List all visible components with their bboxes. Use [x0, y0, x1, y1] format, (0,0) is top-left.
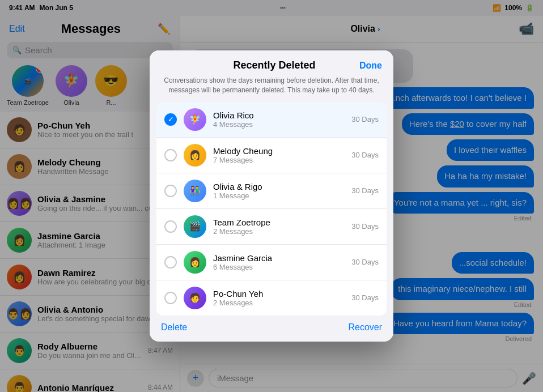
modal-item-info-olivia-rigo: Olivia & Rigo 1 Message: [213, 182, 345, 200]
radio-jasmine-garcia[interactable]: [164, 256, 177, 269]
modal-item-sub-melody: 7 Messages: [213, 156, 345, 164]
modal-avatar-olivia-rigo: 👫: [184, 180, 206, 202]
modal-item-info-pochun: Po-Chun Yeh 2 Messages: [213, 289, 345, 307]
modal-item-info-jasmine: Jasmine Garcia 6 Messages: [213, 253, 345, 271]
modal-item-sub-pochun: 2 Messages: [213, 299, 345, 307]
radio-olivia-rico[interactable]: ✓: [164, 113, 177, 126]
modal-item-name-melody: Melody Cheung: [213, 146, 345, 156]
modal-item-days-pochun: 30 Days: [351, 293, 379, 302]
modal-avatar-pochun: 🧑: [184, 287, 206, 309]
modal-item-name-pochun: Po-Chun Yeh: [213, 289, 345, 299]
modal-overlay: Recently Deleted Done Conversations show…: [0, 0, 543, 392]
radio-pochun-yeh[interactable]: [164, 292, 177, 304]
modal-list: ✓ 🧚 Olivia Rico 4 Messages 30 Days 👩 Mel…: [156, 102, 387, 316]
modal-item-olivia-rigo[interactable]: 👫 Olivia & Rigo 1 Message 30 Days: [156, 173, 387, 209]
modal-item-days-olivia-rico: 30 Days: [351, 115, 379, 123]
modal-title: Recently Deleted: [189, 59, 359, 71]
radio-olivia-rigo[interactable]: [164, 185, 177, 197]
modal-item-name-jasmine: Jasmine Garcia: [213, 253, 345, 263]
modal-item-days-jasmine: 30 Days: [351, 258, 379, 266]
modal-item-days-team-zoetrope: 30 Days: [351, 222, 379, 231]
modal-item-team-zoetrope[interactable]: 🎬 Team Zoetrope 2 Messages 30 Days: [156, 209, 387, 245]
modal-item-name-olivia-rigo: Olivia & Rigo: [213, 182, 345, 191]
modal-item-days-olivia-rigo: 30 Days: [351, 186, 379, 195]
modal-item-sub-jasmine: 6 Messages: [213, 263, 345, 271]
modal-item-info-melody: Melody Cheung 7 Messages: [213, 146, 345, 164]
modal-avatar-melody: 👩: [184, 144, 206, 167]
modal-item-pochun-yeh[interactable]: 🧑 Po-Chun Yeh 2 Messages 30 Days: [156, 280, 387, 316]
modal-item-olivia-rico[interactable]: ✓ 🧚 Olivia Rico 4 Messages 30 Days: [156, 102, 387, 138]
modal-item-melody-cheung[interactable]: 👩 Melody Cheung 7 Messages 30 Days: [156, 138, 387, 173]
radio-melody-cheung[interactable]: [164, 149, 177, 161]
checkmark-icon: ✓: [168, 115, 174, 123]
modal-done-button[interactable]: Done: [359, 61, 382, 71]
modal-item-sub-team-zoetrope: 2 Messages: [213, 227, 345, 236]
recently-deleted-modal: Recently Deleted Done Conversations show…: [150, 50, 393, 342]
modal-subtitle: Conversations show the days remaining be…: [150, 76, 393, 102]
modal-avatar-team-zoetrope: 🎬: [184, 215, 206, 238]
modal-item-sub-olivia-rico: 4 Messages: [213, 120, 345, 129]
modal-item-name-olivia-rico: Olivia Rico: [213, 110, 345, 120]
modal-item-jasmine-garcia[interactable]: 👩 Jasmine Garcia 6 Messages 30 Days: [156, 245, 387, 280]
modal-avatar-olivia-rico: 🧚: [184, 108, 206, 131]
radio-team-zoetrope[interactable]: [164, 220, 177, 233]
modal-header: Recently Deleted Done: [150, 50, 393, 76]
modal-item-name-team-zoetrope: Team Zoetrope: [213, 218, 345, 227]
modal-item-info-team-zoetrope: Team Zoetrope 2 Messages: [213, 218, 345, 236]
modal-item-info-olivia-rico: Olivia Rico 4 Messages: [213, 110, 345, 129]
modal-recover-button[interactable]: Recover: [348, 322, 382, 333]
modal-item-days-melody: 30 Days: [351, 151, 379, 159]
modal-delete-button[interactable]: Delete: [161, 322, 187, 333]
modal-avatar-jasmine: 👩: [184, 251, 206, 274]
modal-item-sub-olivia-rigo: 1 Message: [213, 191, 345, 200]
modal-footer: Delete Recover: [150, 316, 393, 342]
